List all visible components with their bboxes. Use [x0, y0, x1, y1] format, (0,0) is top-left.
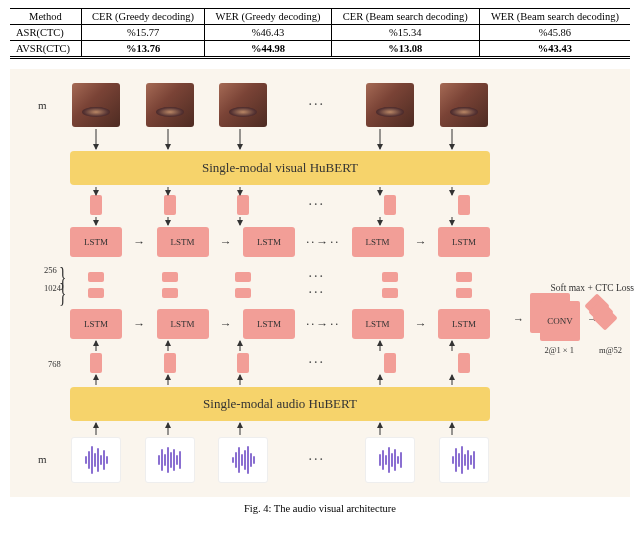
out-shape: m@52	[599, 345, 622, 355]
brace-icon: }	[59, 277, 66, 309]
col-wer-greedy: WER (Greedy decoding)	[205, 9, 331, 25]
col-cer-beam: CER (Beam search decoding)	[331, 9, 479, 25]
figure-caption: Fig. 4: The audio visual architecture	[10, 503, 630, 514]
lstm-row-bottom: LSTM → LSTM → LSTM ··→·· LSTM → LSTM	[70, 309, 490, 339]
arrow-right-icon: →	[413, 317, 429, 332]
lstm-row-top: LSTM → LSTM → LSTM ··→·· LSTM → LSTM	[70, 227, 490, 257]
col-wer-beam: WER (Beam search decoding)	[479, 9, 630, 25]
lstm-block: LSTM	[438, 309, 490, 339]
waveform-image	[439, 437, 489, 483]
feature-chip	[88, 272, 104, 282]
feature-chip	[382, 288, 398, 298]
wave-row: ···	[70, 437, 490, 483]
feature-chip	[237, 353, 249, 373]
ellipsis-icon: ··→··	[304, 317, 342, 332]
output-stack	[588, 297, 614, 339]
ellipsis-icon: ···	[291, 285, 343, 301]
ellipsis-icon: ···	[291, 97, 343, 113]
feat-row: ···	[70, 269, 490, 285]
feature-chip	[237, 195, 249, 215]
lstm-block: LSTM	[157, 309, 209, 339]
ellipsis-icon: ···	[291, 452, 343, 468]
feat-row: ···	[70, 353, 490, 373]
waveform-image	[218, 437, 268, 483]
ellipsis-icon: ···	[291, 197, 343, 213]
feature-chip	[162, 288, 178, 298]
m-label-top: m	[38, 99, 47, 111]
feature-chip	[90, 353, 102, 373]
lstm-block: LSTM	[352, 309, 404, 339]
arrow-right-icon: →	[513, 313, 524, 325]
waveform-image	[365, 437, 415, 483]
m-label-bottom: m	[38, 453, 47, 465]
arrow-right-icon: →	[131, 317, 147, 332]
feature-chip	[384, 353, 396, 373]
feat-row: ···	[70, 195, 490, 215]
col-method: Method	[10, 9, 81, 25]
dim-768: 768	[48, 359, 61, 369]
lip-image	[146, 83, 194, 127]
arrow-right-icon: →	[413, 235, 429, 250]
feature-chip	[88, 288, 104, 298]
feature-chip	[384, 195, 396, 215]
lip-image	[219, 83, 267, 127]
col-cer-greedy: CER (Greedy decoding)	[81, 9, 204, 25]
results-table: Method CER (Greedy decoding) WER (Greedy…	[10, 8, 630, 59]
dim-256: 256	[44, 265, 57, 275]
lip-image	[72, 83, 120, 127]
feature-chip	[382, 272, 398, 282]
table-row: AVSR(CTC) %13.76 %44.98 %13.08 %43.43	[10, 41, 630, 58]
audio-hubert-block: Single-modal audio HuBERT	[70, 387, 490, 421]
arrow-right-icon: →	[131, 235, 147, 250]
ellipsis-icon: ···	[291, 355, 343, 371]
feat-row: ···	[70, 285, 490, 301]
lstm-block: LSTM	[243, 309, 295, 339]
conv-shape: 2@1 × 1	[544, 345, 574, 355]
table-row: ASR(CTC) %15.77 %46.43 %15.34 %45.86	[10, 25, 630, 41]
feature-chip	[235, 288, 251, 298]
feature-chip	[164, 353, 176, 373]
lip-image	[366, 83, 414, 127]
feature-chip	[162, 272, 178, 282]
feature-chip	[456, 272, 472, 282]
architecture-figure: m m ··· Single-modal visual HuBERT ··· L…	[10, 69, 630, 497]
feature-chip	[458, 353, 470, 373]
arrow-right-icon: →	[218, 317, 234, 332]
arrow-right-icon: →	[218, 235, 234, 250]
lip-row: ···	[70, 83, 490, 127]
waveform-image	[71, 437, 121, 483]
loss-label: Soft max + CTC Loss	[551, 283, 634, 293]
ellipsis-icon: ···	[291, 269, 343, 285]
feature-chip	[458, 195, 470, 215]
feature-chip	[235, 272, 251, 282]
waveform-image	[145, 437, 195, 483]
lstm-block: LSTM	[352, 227, 404, 257]
lip-image	[440, 83, 488, 127]
lstm-block: LSTM	[157, 227, 209, 257]
feature-chip	[164, 195, 176, 215]
lstm-block: LSTM	[70, 309, 122, 339]
conv-block: CONV	[530, 293, 584, 339]
feature-chip	[90, 195, 102, 215]
feature-chip	[456, 288, 472, 298]
ellipsis-icon: ··→··	[304, 235, 342, 250]
visual-hubert-block: Single-modal visual HuBERT	[70, 151, 490, 185]
lstm-block: LSTM	[70, 227, 122, 257]
lstm-block: LSTM	[438, 227, 490, 257]
lstm-block: LSTM	[243, 227, 295, 257]
